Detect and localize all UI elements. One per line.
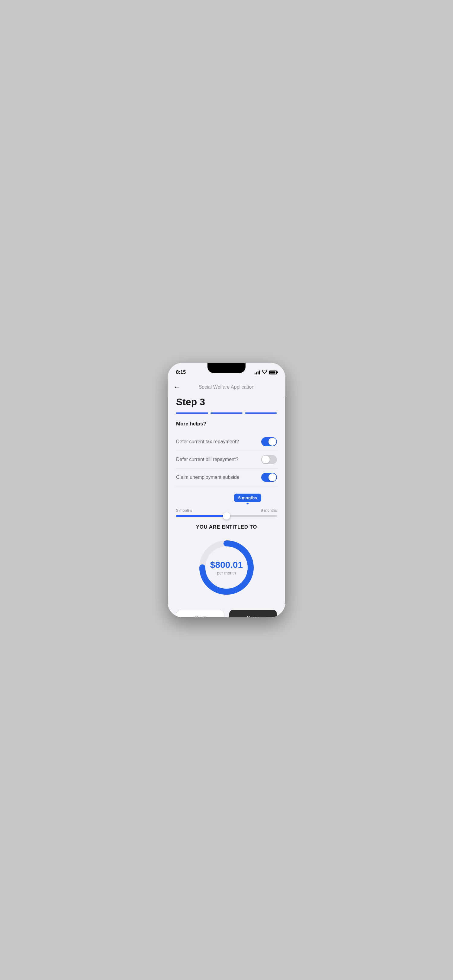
progress-bar	[176, 412, 277, 414]
wifi-icon	[262, 370, 267, 375]
slider-track[interactable]	[176, 515, 277, 517]
donut-center: $800.01 per month	[210, 560, 243, 575]
toggle-switch-tax[interactable]	[261, 437, 277, 446]
entitlement-section: YOU ARE ENTITLED TO $800.01 per month	[176, 524, 277, 598]
nav-title: Social Welfare Application	[183, 384, 270, 390]
main-content: Step 3 More helps? Defer current tax rep…	[167, 396, 286, 598]
scroll-content[interactable]: ← Social Welfare Application Step 3 More…	[167, 378, 286, 617]
toggle-knob-bill	[262, 456, 270, 463]
slider-section: 6 months 3 months 9 months	[176, 494, 277, 517]
toggle-switch-unemployment[interactable]	[261, 473, 277, 482]
done-button[interactable]: Done	[229, 610, 277, 617]
slider-fill	[176, 515, 226, 517]
toggle-row-unemployment: Claim unemployment subside	[176, 469, 277, 486]
toggle-knob-tax	[268, 438, 276, 445]
signal-icon	[255, 370, 260, 374]
step-title: Step 3	[176, 396, 277, 407]
nav-bar: ← Social Welfare Application	[167, 378, 286, 396]
phone-frame: 8:15 ← S	[167, 363, 286, 617]
toggle-label-unemployment: Claim unemployment subside	[176, 475, 239, 480]
progress-segment-1	[176, 412, 208, 414]
toggle-row-bill: Defer current bill repayment?	[176, 451, 277, 469]
slider-labels: 3 months 9 months	[176, 508, 277, 512]
notch	[207, 363, 246, 373]
donut-amount: $800.01	[210, 560, 243, 570]
progress-segment-2	[211, 412, 242, 414]
slider-tooltip: 6 months	[234, 494, 261, 502]
status-time: 8:15	[176, 370, 186, 375]
status-icons	[255, 370, 277, 375]
entitlement-title: YOU ARE ENTITLED TO	[176, 524, 277, 530]
toggle-label-bill: Defer current bill repayment?	[176, 457, 238, 462]
donut-per-month: per month	[210, 571, 243, 575]
slider-thumb[interactable]	[223, 512, 230, 520]
back-button[interactable]: Back	[176, 610, 224, 617]
bottom-buttons: Back Done	[167, 604, 286, 617]
toggle-label-tax: Defer current tax repayment?	[176, 439, 239, 444]
toggle-knob-unemployment	[268, 473, 276, 481]
battery-icon	[269, 371, 277, 374]
donut-container: $800.01 per month	[176, 538, 277, 598]
donut-chart: $800.01 per month	[196, 538, 257, 598]
progress-segment-3	[245, 412, 277, 414]
toggle-switch-bill[interactable]	[261, 455, 277, 464]
section-label: More helps?	[176, 421, 277, 427]
back-nav-button[interactable]: ←	[174, 382, 183, 392]
slider-max-label: 9 months	[261, 508, 277, 512]
toggle-row-tax: Defer current tax repayment?	[176, 433, 277, 451]
slider-min-label: 3 months	[176, 508, 192, 512]
